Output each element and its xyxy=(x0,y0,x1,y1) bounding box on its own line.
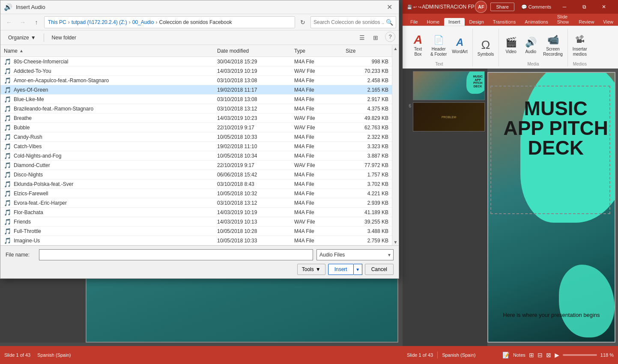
file-size: 2.165 KB xyxy=(346,87,388,93)
col-type-header[interactable]: Type xyxy=(294,48,346,54)
new-folder-label: New folder xyxy=(52,35,76,41)
file-name-text: Catch-Vibes xyxy=(14,143,42,149)
tab-home[interactable]: Home xyxy=(423,18,444,26)
scroll-up-button[interactable]: ▲ xyxy=(394,45,398,52)
file-row[interactable]: 🎵 Eklunda-Polska-feat.-Sver 03/10/2018 8… xyxy=(0,179,392,189)
view-reading-icon[interactable]: ⊠ xyxy=(546,352,551,358)
file-type-select[interactable]: Audio Files ▼ xyxy=(316,249,394,260)
notes-button[interactable]: 📝 xyxy=(502,352,510,358)
zoom-slider[interactable] xyxy=(563,354,597,356)
col-name-header[interactable]: Name ▲ xyxy=(4,48,217,54)
file-row[interactable]: 🎵 Diamond-Cutter 22/10/2019 9:17 WAV Fil… xyxy=(0,161,392,170)
scrollbar[interactable]: ▲ ▼ xyxy=(392,45,399,245)
file-type: M4A File xyxy=(294,87,346,93)
user-avatar[interactable]: AF xyxy=(475,1,487,13)
organize-label: Organize xyxy=(8,35,29,41)
col-date-header[interactable]: Date modified xyxy=(217,48,294,54)
view-slide-sorter-icon[interactable]: ⊟ xyxy=(537,352,543,358)
comments-icon: 💬 xyxy=(521,4,527,10)
tab-view[interactable]: View xyxy=(599,18,618,26)
file-row[interactable]: 🎵 Friends 14/03/2019 10:13 WAV File 39.2… xyxy=(0,217,392,227)
search-input[interactable] xyxy=(313,19,384,25)
file-audio-icon: 🎵 xyxy=(4,68,11,75)
sort-arrow: ▲ xyxy=(19,48,24,53)
view-presentation-icon[interactable]: ▶ xyxy=(555,352,559,358)
file-row[interactable]: 🎵 Disco-Nights 06/06/2018 15:42 M4A File… xyxy=(0,170,392,179)
tab-animations[interactable]: Animations xyxy=(520,18,552,26)
file-name-text: Cold-Nights-and-Fog xyxy=(14,153,61,159)
share-button[interactable]: Share xyxy=(490,3,514,11)
file-date: 14/03/2019 10:19 xyxy=(217,209,294,215)
file-row[interactable]: 🎵 Full-Throttle 10/05/2018 10:28 M4A Fil… xyxy=(0,227,392,236)
symbols-button[interactable]: Ω Symbols xyxy=(475,36,496,59)
file-row[interactable]: 🎵 Evora-feat.-Eric-Harper 03/10/2018 13:… xyxy=(0,198,392,208)
file-audio-icon: 🎵 xyxy=(4,77,11,84)
tab-review[interactable]: Review xyxy=(574,18,598,26)
breadcrumb-this-pc[interactable]: This PC xyxy=(48,19,66,25)
file-row[interactable]: 🎵 Brazileando-feat.-Ramon-Stagnaro 03/10… xyxy=(0,104,392,113)
file-row[interactable]: 🎵 Candy-Rush 10/05/2018 10:33 M4A File 2… xyxy=(0,132,392,142)
slide-item-1[interactable]: MUSICAPPPITCHDECK xyxy=(405,71,485,100)
tab-transitions[interactable]: Transitions xyxy=(489,18,520,26)
breadcrumb-audio-folder[interactable]: 00_Audio xyxy=(132,19,154,25)
ppt-ribbon: 💾 ↩ ↪ ADMINISTRACION FP AF Share 💬 Comme… xyxy=(403,0,618,69)
file-type: M4A File xyxy=(294,106,346,112)
file-row[interactable]: 🎵 Elzics-Farewell 10/05/2018 10:32 M4A F… xyxy=(0,189,392,198)
view-list-button[interactable]: ☰ xyxy=(356,32,368,44)
file-row[interactable]: 🎵 Catch-Vibes 19/02/2018 11:10 M4A File … xyxy=(0,142,392,151)
file-name-text: Amor-en-Acapulco-feat.-Ramon-Stagnaro xyxy=(14,78,109,84)
close-button[interactable]: ✕ xyxy=(594,0,614,14)
insert-button[interactable]: Insert xyxy=(328,264,354,275)
file-row[interactable]: 🎵 Ayes-Of-Green 19/02/2018 11:17 M4A Fil… xyxy=(0,85,392,95)
view-normal-icon[interactable]: ⊞ xyxy=(529,352,534,358)
cancel-button[interactable]: Cancel xyxy=(365,264,394,275)
organize-button[interactable]: Organize ▼ xyxy=(4,33,40,42)
tab-insert[interactable]: Insert xyxy=(444,18,465,26)
slide-1-thumbnail[interactable]: MUSICAPPPITCHDECK xyxy=(413,71,485,100)
file-row[interactable]: 🎵 Blue-Like-Me 03/10/2018 13:08 M4A File… xyxy=(0,95,392,104)
file-name-input[interactable] xyxy=(39,249,313,260)
new-folder-button[interactable]: New folder xyxy=(48,33,81,42)
ribbon-section-symbols: Ω Symbols xyxy=(473,29,499,66)
slide-6-thumbnail[interactable]: PROBLEM xyxy=(413,102,485,131)
nav-back-button[interactable]: ← xyxy=(3,16,15,28)
file-row[interactable]: 🎵 Imagine-Us 10/05/2018 10:33 M4A File 2… xyxy=(0,236,392,245)
tools-button[interactable]: Tools ▼ xyxy=(297,264,325,275)
restore-button[interactable]: ⧉ xyxy=(574,0,594,14)
slide-item-6[interactable]: 6 PROBLEM xyxy=(405,102,485,131)
dialog-close-button[interactable]: ✕ xyxy=(383,1,395,13)
help-button[interactable]: ? xyxy=(385,32,395,42)
tab-slideshow[interactable]: Slide Show xyxy=(553,13,574,26)
file-row[interactable]: 🎵 Bubble 22/10/2019 9:17 WAV File 62.763… xyxy=(0,123,392,132)
scroll-down-button[interactable]: ▼ xyxy=(394,239,398,245)
nav-forward-button[interactable]: → xyxy=(17,16,29,28)
nav-refresh-button[interactable]: ↻ xyxy=(297,16,309,28)
tab-file[interactable]: File xyxy=(406,18,422,26)
col-size-header[interactable]: Size xyxy=(346,48,388,54)
header-footer-button[interactable]: 📄 Header& Footer xyxy=(428,31,449,59)
insert-dropdown-arrow[interactable]: ▼ xyxy=(354,264,362,275)
tab-design[interactable]: Design xyxy=(465,18,488,26)
minimize-button[interactable]: ─ xyxy=(555,0,574,14)
file-name-text: Disco-Nights xyxy=(14,172,43,178)
comments-button[interactable]: 💬 Comments xyxy=(518,3,555,11)
video-button[interactable]: 🎬 Video xyxy=(502,34,520,56)
audio-button[interactable]: 🔊 Audio xyxy=(521,34,540,56)
file-row[interactable]: 🎵 80s-Cheese-Infomercial 30/04/2018 15:2… xyxy=(0,57,392,66)
slide-6-num: 6 xyxy=(405,102,411,131)
insertar-medios-button[interactable]: 📽 Insertarmedios xyxy=(570,31,589,59)
file-row[interactable]: 🎵 Cold-Nights-and-Fog 10/05/2018 10:34 M… xyxy=(0,151,392,161)
wordart-button[interactable]: A WordArt xyxy=(450,34,470,56)
file-row[interactable]: 🎵 Flor-Bachata 14/03/2019 10:19 M4A File… xyxy=(0,208,392,217)
screen-recording-button[interactable]: 📹 ScreenRecording xyxy=(541,31,565,59)
file-row[interactable]: 🎵 Amor-en-Acapulco-feat.-Ramon-Stagnaro … xyxy=(0,76,392,85)
breadcrumb-drive[interactable]: tutpad (\\172.20.2.4) (Z:) xyxy=(72,19,127,25)
file-row[interactable]: 🎵 Breathe 14/03/2019 10:23 WAV File 49.8… xyxy=(0,113,392,123)
file-type: M4A File xyxy=(294,153,346,159)
nav-up-button[interactable]: ↑ xyxy=(30,16,42,28)
file-date: 22/10/2019 9:17 xyxy=(217,162,294,168)
textbox-button[interactable]: A TextBox xyxy=(409,31,427,59)
file-row[interactable]: 🎵 Addicted-To-You 14/03/2019 10:19 WAV F… xyxy=(0,66,392,76)
view-details-button[interactable]: ⊞ xyxy=(370,32,382,44)
file-audio-icon: 🎵 xyxy=(4,200,11,206)
